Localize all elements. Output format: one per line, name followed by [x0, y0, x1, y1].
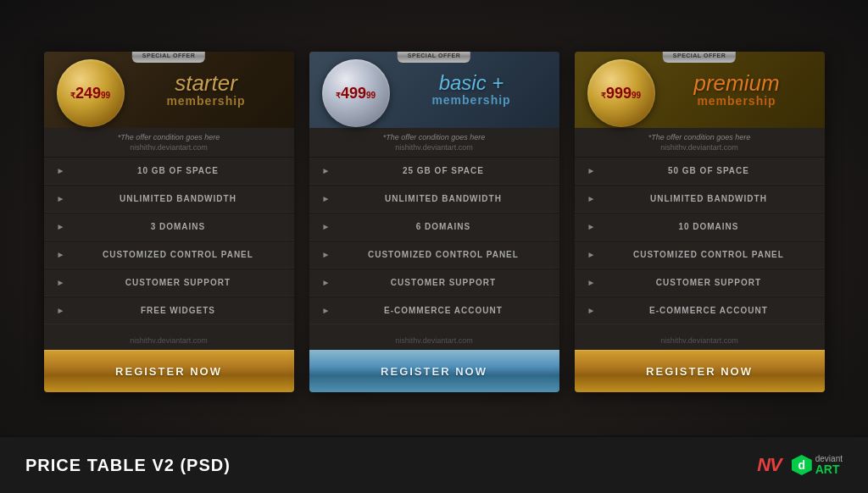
starter-feature-2: ► UNLIMITED BANDWIDTH — [44, 185, 294, 213]
starter-card: SPECIAL OFFER ₹ 249 99 starter membershi… — [44, 52, 294, 392]
premium-feature-1: ► 50 GB OF SPACE — [575, 157, 825, 185]
basic-decimal: 99 — [366, 91, 376, 100]
premium-badge: SPECIAL OFFER — [663, 52, 736, 63]
starter-feature-text-4: CUSTOMIZED CONTROL PANEL — [75, 250, 281, 259]
premium-card: SPECIAL OFFER ₹ 999 99 premium membershi… — [575, 52, 825, 392]
deviantart-text: deviant ART — [815, 455, 843, 475]
basic-chevron-3: ► — [322, 222, 331, 231]
premium-feature-text-2: UNLIMITED BANDWIDTH — [605, 194, 811, 203]
premium-feature-text-3: 10 DOMAINS — [605, 222, 811, 231]
starter-feature-text-3: 3 DOMAINS — [75, 222, 281, 231]
basic-feature-text-4: CUSTOMIZED CONTROL PANEL — [340, 250, 546, 259]
basic-chevron-5: ► — [322, 278, 331, 287]
nv-logo: NV — [757, 454, 782, 476]
premium-website-top: nishithv.deviantart.com — [575, 143, 825, 157]
starter-chevron-5: ► — [57, 278, 65, 287]
deviantart-icon: d — [792, 455, 812, 475]
starter-register-button[interactable]: REGISTER NOW — [44, 350, 294, 392]
premium-feature-text-1: 50 GB OF SPACE — [605, 166, 811, 175]
starter-chevron-3: ► — [57, 222, 65, 231]
starter-decimal: 99 — [101, 91, 110, 100]
starter-feature-1: ► 10 GB OF SPACE — [44, 157, 294, 185]
basic-footer: nishithv.deviantart.com REGISTER NOW — [309, 324, 559, 392]
starter-website-top: nishithv.deviantart.com — [44, 143, 294, 157]
starter-feature-text-5: CUSTOMER SUPPORT — [75, 278, 281, 287]
basic-feature-2: ► UNLIMITED BANDWIDTH — [309, 185, 559, 213]
premium-feature-text-5: CUSTOMER SUPPORT — [605, 278, 811, 287]
basic-feature-1: ► 25 GB OF SPACE — [309, 157, 559, 185]
starter-feature-3: ► 3 DOMAINS — [44, 213, 294, 241]
premium-header: SPECIAL OFFER ₹ 999 99 premium membershi… — [575, 52, 825, 128]
basic-chevron-1: ► — [322, 166, 331, 175]
starter-feature-text-1: 10 GB OF SPACE — [75, 166, 281, 175]
starter-feature-6: ► FREE WIDGETS — [44, 296, 294, 324]
premium-offer-condition: *The offer condition goes here — [575, 128, 825, 143]
starter-chevron-2: ► — [57, 194, 65, 203]
basic-feature-text-3: 6 DOMAINS — [340, 222, 546, 231]
premium-price: 999 — [606, 86, 632, 101]
starter-chevron-6: ► — [57, 306, 65, 315]
page-footer: PRICE TABLE V2 (PSD) NV d deviant ART — [0, 435, 868, 493]
starter-chevron-1: ► — [57, 166, 65, 175]
starter-footer: nishithv.deviantart.com REGISTER NOW — [44, 324, 294, 392]
premium-chevron-6: ► — [587, 306, 596, 315]
premium-feature-2: ► UNLIMITED BANDWIDTH — [575, 185, 825, 213]
basic-feature-4: ► CUSTOMIZED CONTROL PANEL — [309, 241, 559, 269]
page-title: PRICE TABLE V2 (PSD) — [25, 456, 231, 475]
basic-membership-text: basic + membership — [390, 73, 547, 107]
starter-feature-5: ► CUSTOMER SUPPORT — [44, 269, 294, 296]
basic-feature-3: ► 6 DOMAINS — [309, 213, 559, 241]
premium-chevron-5: ► — [587, 278, 596, 287]
basic-price-bubble: ₹ 499 99 — [322, 59, 390, 127]
basic-feature-6: ► E-COMMERCE ACCOUNT — [309, 296, 559, 324]
premium-body: *The offer condition goes here nishithv.… — [575, 128, 825, 324]
deviantart-logo: d deviant ART — [792, 455, 843, 475]
premium-feature-3: ► 10 DOMAINS — [575, 213, 825, 241]
premium-chevron-1: ► — [587, 166, 596, 175]
premium-sub: membership — [662, 94, 812, 108]
starter-body: *The offer condition goes here nishithv.… — [44, 128, 294, 324]
starter-badge: SPECIAL OFFER — [132, 52, 205, 63]
basic-feature-text-6: E-COMMERCE ACCOUNT — [340, 306, 546, 315]
basic-price: 499 — [341, 86, 366, 101]
starter-name: starter — [175, 70, 237, 96]
basic-offer-condition: *The offer condition goes here — [309, 128, 559, 143]
premium-name: premium — [693, 70, 779, 96]
basic-body: *The offer condition goes here nishithv.… — [309, 128, 559, 324]
basic-chevron-2: ► — [322, 194, 331, 203]
premium-feature-4: ► CUSTOMIZED CONTROL PANEL — [575, 241, 825, 269]
starter-feature-text-6: FREE WIDGETS — [75, 306, 281, 315]
basic-chevron-4: ► — [322, 250, 331, 259]
premium-footer: nishithv.deviantart.com REGISTER NOW — [575, 324, 825, 392]
starter-price-bubble: ₹ 249 99 — [57, 59, 125, 127]
pricing-section: SPECIAL OFFER ₹ 249 99 starter membershi… — [0, 0, 868, 435]
starter-footer-website: nishithv.deviantart.com — [44, 331, 294, 350]
premium-decimal: 99 — [632, 91, 641, 100]
basic-sub: membership — [397, 93, 547, 107]
basic-chevron-6: ► — [322, 306, 331, 315]
basic-website-top: nishithv.deviantart.com — [309, 143, 559, 157]
premium-price-bubble: ₹ 999 99 — [587, 59, 655, 127]
starter-offer-condition: *The offer condition goes here — [44, 128, 294, 143]
basic-feature-text-2: UNLIMITED BANDWIDTH — [340, 194, 546, 203]
premium-feature-text-4: CUSTOMIZED CONTROL PANEL — [605, 250, 811, 259]
footer-logos: NV d deviant ART — [757, 454, 843, 476]
premium-register-button[interactable]: REGISTER NOW — [575, 350, 825, 392]
basic-card: SPECIAL OFFER ₹ 499 99 basic + membershi… — [309, 52, 559, 392]
premium-chevron-4: ► — [587, 250, 596, 259]
basic-feature-text-1: 25 GB OF SPACE — [340, 166, 546, 175]
basic-badge: SPECIAL OFFER — [398, 52, 470, 63]
starter-feature-4: ► CUSTOMIZED CONTROL PANEL — [44, 241, 294, 269]
premium-feature-5: ► CUSTOMER SUPPORT — [575, 269, 825, 296]
starter-chevron-4: ► — [57, 250, 65, 259]
starter-membership-text: starter membership — [125, 72, 281, 108]
basic-feature-5: ► CUSTOMER SUPPORT — [309, 269, 559, 296]
premium-chevron-3: ► — [587, 222, 596, 231]
premium-footer-website: nishithv.deviantart.com — [575, 331, 825, 350]
basic-header: SPECIAL OFFER ₹ 499 99 basic + membershi… — [309, 52, 559, 128]
starter-sub: membership — [131, 94, 281, 108]
basic-footer-website: nishithv.deviantart.com — [309, 331, 559, 350]
starter-feature-text-2: UNLIMITED BANDWIDTH — [75, 194, 281, 203]
premium-chevron-2: ► — [587, 194, 596, 203]
basic-register-button[interactable]: REGISTER NOW — [309, 350, 559, 392]
